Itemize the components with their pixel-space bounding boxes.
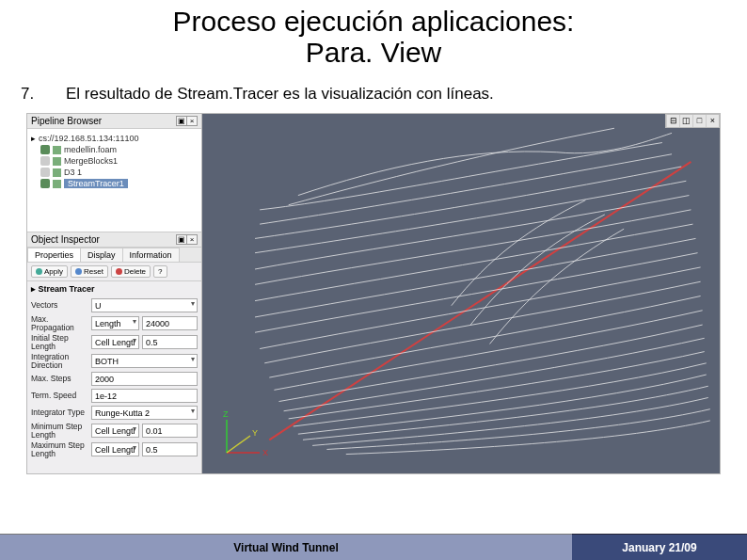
max-steps-input[interactable] — [91, 372, 198, 386]
integ-type-combo[interactable] — [91, 406, 198, 420]
max-prop-label: Max. Propagation — [31, 315, 87, 331]
tree-item[interactable]: medellin.foam — [31, 144, 198, 155]
source-icon — [53, 168, 61, 177]
term-speed-label: Term. Speed — [31, 392, 87, 400]
axis-x-label: X — [262, 448, 268, 457]
reset-icon — [75, 268, 82, 275]
min-step-label: Minimum Step Length — [31, 423, 87, 439]
step-row: 7. El resultado de Stream.Tracer es la v… — [0, 68, 747, 113]
delete-icon — [116, 268, 122, 275]
pipeline-title: Pipeline Browser — [31, 116, 102, 126]
slide-title: Proceso ejecución aplicaciones: Para. Vi… — [0, 0, 747, 68]
slide-footer: Virtual Wind Tunnel January 21/09 — [0, 534, 747, 560]
svg-line-3 — [227, 436, 250, 453]
min-step-unit-combo[interactable] — [91, 424, 139, 438]
init-step-unit-combo[interactable] — [91, 335, 139, 349]
source-icon — [53, 146, 61, 154]
tree-item[interactable]: MergeBlocks1 — [31, 155, 198, 167]
source-icon — [53, 157, 61, 166]
init-step-input[interactable] — [142, 335, 198, 349]
left-pane: Pipeline Browser ▣ × ▸ cs://192.168.51.1… — [27, 114, 202, 473]
visibility-icon[interactable] — [40, 156, 50, 166]
max-prop-unit-combo[interactable] — [91, 316, 139, 330]
inspector-tabs[interactable]: Properties Display Information — [27, 248, 201, 263]
step-text: El resultado de Stream.Tracer es la visu… — [66, 85, 709, 104]
panel-window-controls[interactable]: ▣ × — [177, 234, 198, 245]
max-step-input[interactable] — [142, 442, 198, 456]
tab-display[interactable]: Display — [80, 248, 123, 262]
tab-information[interactable]: Information — [122, 248, 180, 262]
min-step-input[interactable] — [142, 424, 198, 438]
panel-window-controls[interactable]: ▣ × — [177, 116, 198, 126]
apply-button[interactable]: Apply — [31, 265, 68, 278]
properties-panel: Vectors Max. Propagation Initial Step Le… — [27, 296, 201, 459]
streamlines-visualization — [202, 114, 720, 482]
integ-type-label: Integrator Type — [31, 408, 87, 417]
vectors-combo[interactable] — [91, 298, 198, 312]
int-dir-combo[interactable] — [91, 354, 198, 368]
step-number: 7. — [21, 85, 66, 104]
inspector-header[interactable]: Object Inspector ▣ × — [27, 232, 201, 248]
vectors-label: Vectors — [31, 301, 87, 310]
axis-z-label: Z — [223, 409, 229, 419]
visibility-icon[interactable] — [40, 168, 50, 177]
reset-button[interactable]: Reset — [71, 265, 108, 278]
help-button[interactable]: ? — [153, 265, 167, 278]
server-icon: ▸ — [31, 134, 36, 143]
check-icon — [36, 268, 42, 275]
delete-button[interactable]: Delete — [111, 265, 151, 278]
footer-right: January 21/09 — [572, 534, 747, 560]
int-dir-label: Integration Direction — [31, 353, 87, 369]
init-step-label: Initial Step Length — [31, 334, 87, 350]
visibility-icon[interactable] — [40, 179, 50, 188]
max-steps-label: Max. Steps — [31, 375, 87, 383]
max-step-label: Maximum Step Length — [31, 441, 87, 457]
close-icon[interactable]: × — [186, 234, 198, 245]
paraview-window: Pipeline Browser ▣ × ▸ cs://192.168.51.1… — [26, 113, 721, 474]
tree-item-selected[interactable]: StreamTracer1 — [31, 178, 198, 189]
max-prop-input[interactable] — [142, 316, 198, 330]
footer-left: Virtual Wind Tunnel — [0, 534, 572, 560]
max-step-unit-combo[interactable] — [91, 442, 139, 456]
tree-root[interactable]: ▸ cs://192.168.51.134:11100 — [31, 133, 198, 144]
close-icon[interactable]: × — [186, 116, 198, 126]
tab-properties[interactable]: Properties — [27, 248, 81, 262]
tree-item[interactable]: D3 1 — [31, 167, 198, 178]
object-inspector: Properties Display Information Apply Res… — [27, 248, 201, 473]
section-title: ▸ Stream Tracer — [27, 281, 201, 296]
render-viewport[interactable]: ⊟ ◫ □ × — [202, 114, 720, 473]
inspector-buttons: Apply Reset Delete ? — [27, 263, 201, 281]
source-icon — [53, 180, 61, 188]
visibility-icon[interactable] — [40, 145, 50, 154]
axis-y-label: Y — [252, 428, 258, 438]
axis-gizmo[interactable]: X Z Y — [217, 406, 274, 462]
inspector-title: Object Inspector — [31, 234, 100, 245]
pipeline-header[interactable]: Pipeline Browser ▣ × — [27, 114, 201, 129]
term-speed-input[interactable] — [91, 389, 198, 403]
pipeline-browser[interactable]: ▸ cs://192.168.51.134:11100 medellin.foa… — [27, 129, 201, 232]
